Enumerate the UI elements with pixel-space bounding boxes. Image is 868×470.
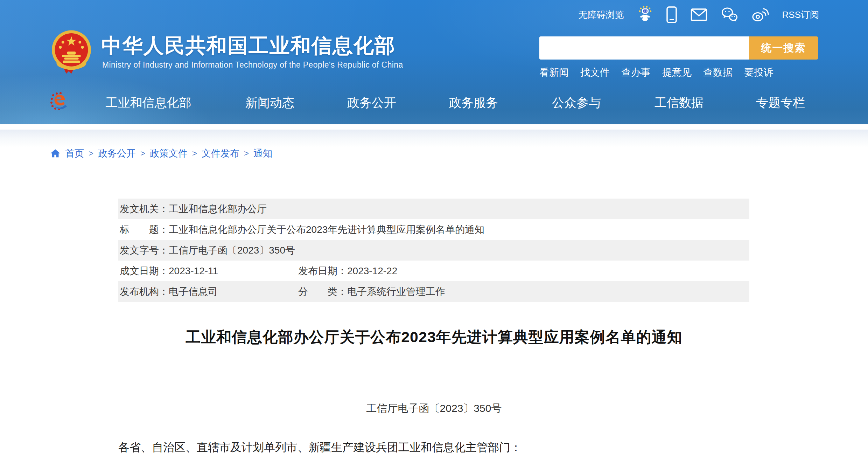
- search-box: 统一搜索: [539, 36, 818, 60]
- mail-icon[interactable]: [691, 8, 707, 21]
- breadcrumb-file-release[interactable]: 文件发布: [202, 147, 239, 160]
- breadcrumb-notice[interactable]: 通知: [253, 147, 272, 160]
- breadcrumb-policy-files[interactable]: 政策文件: [150, 147, 188, 160]
- breadcrumb: 首页 > 政务公开 > 政策文件 > 文件发布 > 通知: [50, 147, 272, 160]
- weibo-icon[interactable]: [751, 7, 769, 22]
- nav-item-public[interactable]: 公众参与: [552, 95, 601, 111]
- nav-item-gov-open[interactable]: 政务公开: [347, 95, 396, 111]
- topbar: 无障碍浏览: [579, 5, 819, 25]
- quick-link-news[interactable]: 看新闻: [539, 66, 569, 79]
- miit-e-logo-icon[interactable]: [49, 91, 69, 111]
- meta-value: 电子信息司: [169, 285, 218, 298]
- breadcrumb-separator: >: [244, 148, 249, 158]
- quick-link-data[interactable]: 查数据: [703, 66, 733, 79]
- meta-row-doc-number: 发文字号： 工信厅电子函〔2023〕350号: [118, 240, 749, 261]
- document-meta-table: 发文机关： 工业和信息化部办公厅 标 题： 工业和信息化部办公厅关于公布2023…: [118, 199, 749, 302]
- unified-search-button[interactable]: 统一搜索: [749, 36, 818, 60]
- ministry-title[interactable]: 中华人民共和国工业和信息化部: [102, 32, 396, 60]
- ministry-subtitle-en: Ministry of Industry and Information Tec…: [102, 60, 403, 70]
- meta-label: 发文字号：: [120, 244, 169, 257]
- meta-value: 电子系统行业管理工作: [347, 285, 445, 298]
- mobile-icon[interactable]: [666, 6, 677, 23]
- header-banner: 无障碍浏览: [0, 0, 868, 124]
- meta-row-title: 标 题： 工业和信息化部办公厅关于公布2023年先进计算典型应用案例名单的通知: [118, 219, 749, 240]
- nav-item-data[interactable]: 工信数据: [654, 95, 704, 111]
- meta-row-publisher-category: 发布机构： 电子信息司 分 类： 电子系统行业管理工作: [118, 281, 749, 302]
- quick-link-feedback[interactable]: 提意见: [662, 66, 692, 79]
- national-emblem-icon[interactable]: [50, 29, 93, 77]
- meta-label: 发文机关：: [120, 202, 169, 216]
- meta-label: 成文日期：: [120, 264, 169, 278]
- home-icon[interactable]: [50, 148, 61, 158]
- breadcrumb-separator: >: [89, 148, 93, 158]
- document-salutation: 各省、自治区、直辖市及计划单列市、新疆生产建设兵团工业和信息化主管部门：: [118, 440, 522, 455]
- meta-value: 2023-12-22: [347, 265, 397, 277]
- nav-item-miit[interactable]: 工业和信息化部: [106, 95, 191, 111]
- meta-label: 分 类：: [298, 285, 347, 298]
- nav-item-topics[interactable]: 专题专栏: [756, 95, 805, 111]
- meta-row-issuing-agency: 发文机关： 工业和信息化部办公厅: [118, 199, 749, 219]
- document-number: 工信厅电子函〔2023〕350号: [0, 401, 868, 416]
- accessibility-link[interactable]: 无障碍浏览: [579, 9, 624, 21]
- breadcrumb-gov-open[interactable]: 政务公开: [98, 147, 136, 160]
- quick-link-services[interactable]: 查办事: [621, 66, 651, 79]
- nav-item-services[interactable]: 政务服务: [449, 95, 498, 111]
- meta-label: 发布日期：: [298, 264, 347, 278]
- content-top-shadow: [0, 124, 868, 149]
- meta-label: 标 题：: [120, 223, 169, 236]
- mascot-icon[interactable]: [637, 6, 653, 24]
- breadcrumb-separator: >: [140, 148, 145, 158]
- quick-link-files[interactable]: 找文件: [580, 66, 610, 79]
- meta-value: 2023-12-11: [169, 265, 218, 277]
- breadcrumb-home[interactable]: 首页: [65, 147, 84, 160]
- meta-value: 工业和信息化部办公厅关于公布2023年先进计算典型应用案例名单的通知: [169, 223, 484, 236]
- breadcrumb-separator: >: [192, 148, 197, 158]
- wechat-icon[interactable]: [721, 7, 738, 22]
- meta-row-dates: 成文日期： 2023-12-11 发布日期： 2023-12-22: [118, 261, 749, 281]
- meta-value: 工业和信息化部办公厅: [169, 202, 267, 216]
- document-title: 工业和信息化部办公厅关于公布2023年先进计算典型应用案例名单的通知: [0, 327, 868, 347]
- quick-link-complaint[interactable]: 要投诉: [744, 66, 774, 79]
- meta-label: 发布机构：: [120, 285, 169, 298]
- quick-links: 看新闻 找文件 查办事 提意见 查数据 要投诉: [539, 66, 774, 79]
- rss-link[interactable]: RSS订阅: [782, 9, 819, 21]
- nav-item-news[interactable]: 新闻动态: [245, 95, 294, 111]
- page: 无障碍浏览: [0, 0, 868, 470]
- search-input[interactable]: [539, 36, 749, 60]
- meta-value: 工信厅电子函〔2023〕350号: [169, 244, 295, 257]
